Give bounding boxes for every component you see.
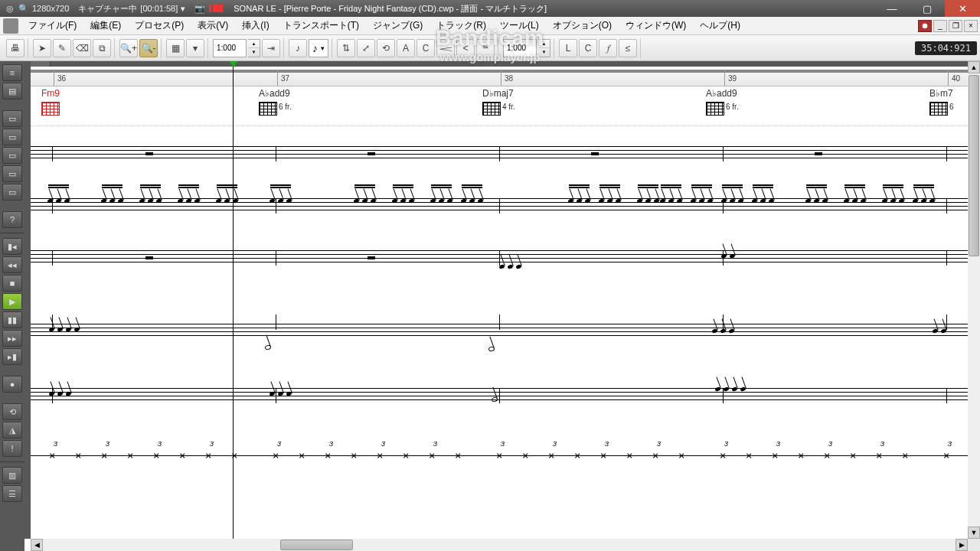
- grid-dropdown[interactable]: ▾: [186, 39, 204, 57]
- side-e-button[interactable]: ▭: [2, 184, 22, 201]
- draw-tool[interactable]: ✎: [53, 39, 71, 57]
- scroll-right-button[interactable]: ▶: [956, 539, 968, 551]
- bar-marker: 38: [501, 70, 513, 86]
- chord-tool[interactable]: C: [416, 39, 435, 57]
- staff-3[interactable]: [31, 236, 968, 279]
- lyric-tool[interactable]: A: [397, 39, 415, 57]
- scroll-up-button[interactable]: ▲: [968, 61, 980, 73]
- snap1-spinner[interactable]: ▲▼: [248, 39, 260, 57]
- grid-button[interactable]: ▦: [166, 39, 185, 57]
- child-restore-button[interactable]: ❐: [949, 20, 962, 32]
- tracklist-toggle[interactable]: ≡: [2, 64, 22, 81]
- ruler-buttons: [31, 61, 968, 67]
- chord-symbol[interactable]: A♭add96 fr.: [259, 88, 292, 116]
- snap-value-1[interactable]: 1:000: [213, 39, 247, 57]
- minimize-button[interactable]: —: [874, 0, 910, 17]
- side-c-button[interactable]: ▭: [2, 147, 22, 164]
- ruler-btn-1[interactable]: [31, 61, 51, 67]
- bar-marker: 40: [948, 70, 960, 86]
- trim-tool[interactable]: ⤢: [357, 39, 375, 57]
- side-b-button[interactable]: ▭: [2, 129, 22, 145]
- piano-roll-button[interactable]: ▥: [2, 467, 22, 484]
- menu-track[interactable]: トラック(R): [430, 17, 493, 34]
- chord-symbol[interactable]: A♭add96 fr.: [706, 88, 739, 116]
- staff-5[interactable]: [31, 374, 968, 417]
- zoom-in-button[interactable]: 🔍+: [119, 39, 138, 57]
- dropdown-icon[interactable]: ▾: [181, 4, 185, 14]
- help-button[interactable]: ?: [2, 211, 22, 228]
- zoom-out-button[interactable]: 🔍-: [139, 39, 158, 57]
- menu-process[interactable]: プロセス(P): [128, 17, 191, 34]
- snap-mode-button[interactable]: ⇥: [262, 39, 280, 57]
- staff-1[interactable]: [31, 132, 968, 163]
- snap-value-2[interactable]: 1:000: [503, 39, 537, 57]
- camera-icon[interactable]: 📷: [194, 3, 205, 14]
- staff-4[interactable]: [31, 301, 968, 370]
- menu-file[interactable]: ファイル(F): [21, 17, 83, 34]
- menu-window[interactable]: ウィンドウ(W): [619, 17, 693, 34]
- loop-button[interactable]: ⟲: [2, 403, 22, 420]
- menu-edit[interactable]: 編集(E): [83, 17, 128, 34]
- scroll-down-button[interactable]: ▼: [968, 527, 980, 539]
- record-indicator-icon[interactable]: ⏺: [918, 20, 932, 32]
- transport-start[interactable]: ▮◂: [2, 238, 22, 255]
- child-min-button[interactable]: _: [933, 20, 947, 32]
- chord-symbol[interactable]: D♭maj74 fr.: [482, 88, 515, 116]
- snap2-spinner[interactable]: ▲▼: [538, 39, 550, 57]
- transport-rewind[interactable]: ◂◂: [2, 256, 22, 273]
- close-button[interactable]: ✕: [945, 0, 980, 17]
- erase-tool[interactable]: ⌫: [73, 39, 91, 57]
- repeat-tool[interactable]: ⟲: [377, 39, 395, 57]
- chord-symbol[interactable]: B♭m76: [929, 88, 954, 116]
- app-icon: [3, 18, 18, 34]
- stop-icon[interactable]: [215, 5, 223, 12]
- record-button[interactable]: ●: [2, 376, 22, 393]
- vscroll-thumb[interactable]: [969, 75, 979, 256]
- horizontal-scrollbar[interactable]: ◀ ▶: [31, 539, 968, 551]
- transport-ff[interactable]: ▸▸: [2, 330, 22, 347]
- menu-tool[interactable]: ツール(L): [493, 17, 546, 34]
- hairpin-tool[interactable]: <: [456, 39, 475, 57]
- scrub-tool[interactable]: ⧉: [93, 39, 111, 57]
- child-close-button[interactable]: ×: [964, 20, 978, 32]
- pointer-tool[interactable]: ➤: [33, 39, 51, 57]
- bar-ruler[interactable]: 3637383940: [31, 70, 968, 86]
- note-value-select[interactable]: ♪ ▾: [309, 39, 328, 57]
- transport-pause[interactable]: ▮▮: [2, 311, 22, 328]
- transport-play[interactable]: ▶: [2, 293, 22, 310]
- menu-insert[interactable]: 挿入(I): [235, 17, 276, 34]
- menu-view[interactable]: 表示(V): [191, 17, 235, 34]
- notation-area[interactable]: 3637383940 Fm9A♭add96 fr.D♭maj74 fr.A♭ad…: [31, 61, 968, 539]
- staff-2[interactable]: [31, 184, 968, 227]
- staff-drums[interactable]: ×3××3××3××3××3××3××3××3××3××3××3××3××3××…: [31, 429, 968, 472]
- side-d-button[interactable]: ▭: [2, 165, 22, 182]
- hscroll-thumb[interactable]: [280, 540, 353, 550]
- pedal-tool[interactable]: 𝆮: [476, 39, 495, 57]
- side-a-button[interactable]: ▭: [2, 110, 22, 127]
- playhead[interactable]: [233, 61, 234, 539]
- print-button[interactable]: 🖶: [6, 39, 24, 57]
- note-length-button[interactable]: ♪: [289, 39, 307, 57]
- menu-help[interactable]: ヘルプ(H): [693, 17, 747, 34]
- layout-l-button[interactable]: L: [559, 39, 577, 57]
- menu-jump[interactable]: ジャンプ(G): [366, 17, 430, 34]
- event-list-button[interactable]: ☰: [2, 485, 22, 502]
- expression-tool[interactable]: 𝆒: [436, 39, 455, 57]
- trackview-button[interactable]: ▤: [2, 83, 22, 99]
- menu-option[interactable]: オプション(O): [546, 17, 619, 34]
- layout-f-button[interactable]: 𝑓: [599, 39, 617, 57]
- menu-transport[interactable]: トランスポート(T): [276, 17, 366, 34]
- warning-button[interactable]: !: [2, 440, 22, 457]
- metronome-button[interactable]: ◮: [2, 422, 22, 439]
- layout-lt-button[interactable]: ≤: [619, 39, 637, 57]
- scroll-left-button[interactable]: ◀: [31, 539, 43, 551]
- fill-tool[interactable]: ⇅: [337, 39, 355, 57]
- maximize-button[interactable]: ▢: [910, 0, 945, 17]
- capture-resolution: 980x551: [32, 4, 69, 13]
- transport-stop[interactable]: ■: [2, 275, 22, 292]
- layout-c-button[interactable]: C: [579, 39, 597, 57]
- pause-icon[interactable]: [209, 5, 211, 12]
- chord-symbol[interactable]: Fm9: [41, 88, 61, 116]
- vertical-scrollbar[interactable]: ▲ ▼: [968, 61, 980, 539]
- transport-end[interactable]: ▸▮: [2, 348, 22, 365]
